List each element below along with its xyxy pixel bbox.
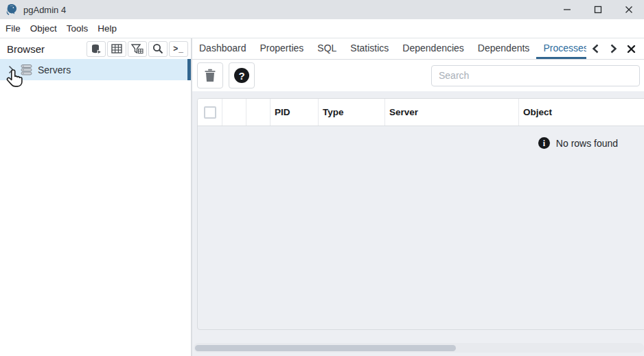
processes-toolbar: ? [192,60,644,91]
processes-table: PID Type Server Object i No rows found [197,98,644,330]
browser-panel-title: Browser [7,43,87,55]
terminal-icon: >_ [173,44,184,54]
scroll-tabs-right-button[interactable] [606,41,621,56]
header-cell-type[interactable]: Type [319,99,385,126]
dependencies-grid-button[interactable] [107,41,126,57]
filter-icon [131,44,143,54]
tab-dependencies[interactable]: Dependencies [395,38,471,59]
header-cell-pid[interactable]: PID [271,99,319,126]
search-objects-button[interactable] [148,41,168,57]
menu-object[interactable]: Object [25,19,62,38]
main-panel: Dashboard Properties SQL Statistics Depe… [192,38,644,356]
tab-navigation [586,38,644,59]
horizontal-scrollbar-thumb[interactable] [195,345,456,351]
select-all-cell [198,99,222,126]
info-icon: i [538,137,550,149]
pgadmin-logo-icon [5,3,18,16]
window-controls [551,0,644,19]
delete-button[interactable] [197,62,223,88]
pgadmin-window: pgAdmin 4 File Object Tools Help Browser [0,0,644,356]
header-cell-empty-1 [222,99,246,126]
processes-content: PID Type Server Object i No rows found [192,91,644,356]
tab-dependents[interactable]: Dependents [471,38,537,59]
minimize-button[interactable] [551,0,582,19]
tab-sql[interactable]: SQL [310,38,343,59]
header-cell-object[interactable]: Object [519,99,644,126]
query-tool-button[interactable]: >_ [169,41,188,57]
menu-tools[interactable]: Tools [62,19,93,38]
help-button[interactable]: ? [229,62,255,88]
tabbar: Dashboard Properties SQL Statistics Depe… [192,38,644,60]
empty-message: No rows found [556,138,618,149]
tab-dashboard[interactable]: Dashboard [192,38,253,59]
tab-properties[interactable]: Properties [253,38,311,59]
empty-state: i No rows found [538,137,618,149]
table-header-row: PID Type Server Object [198,99,644,126]
table-body: i No rows found [198,126,644,149]
add-server-button[interactable] [87,41,106,57]
trash-icon [204,69,216,82]
menubar: File Object Tools Help [0,19,644,38]
close-panel-button[interactable] [623,41,639,56]
object-tree: Servers [0,59,191,356]
tab-processes[interactable]: Processes [536,38,586,59]
browser-toolbar: >_ [87,41,188,57]
tab-statistics[interactable]: Statistics [343,38,395,59]
browser-header: Browser [0,38,191,59]
tabs: Dashboard Properties SQL Statistics Depe… [192,38,586,59]
maximize-button[interactable] [582,0,613,19]
expand-chevron-icon[interactable] [8,65,14,74]
horizontal-scrollbar[interactable] [194,343,644,353]
header-cell-empty-2 [246,99,271,126]
titlebar: pgAdmin 4 [0,0,644,19]
select-all-checkbox[interactable] [204,106,216,119]
tree-item-label: Servers [38,64,71,75]
servers-stack-icon [91,44,102,54]
grid-icon [111,44,122,54]
menu-help[interactable]: Help [93,19,122,38]
filter-button[interactable] [128,41,147,57]
tree-item-servers[interactable]: Servers [0,59,191,80]
browser-panel: Browser [0,38,192,356]
scroll-tabs-left-button[interactable] [588,41,603,56]
server-group-icon [21,64,32,75]
menu-file[interactable]: File [1,19,25,38]
search-input[interactable] [431,65,640,86]
window-title: pgAdmin 4 [23,5,66,15]
header-cell-server[interactable]: Server [385,99,519,126]
help-icon: ? [234,68,249,83]
search-icon [152,43,163,54]
close-window-button[interactable] [613,0,644,19]
